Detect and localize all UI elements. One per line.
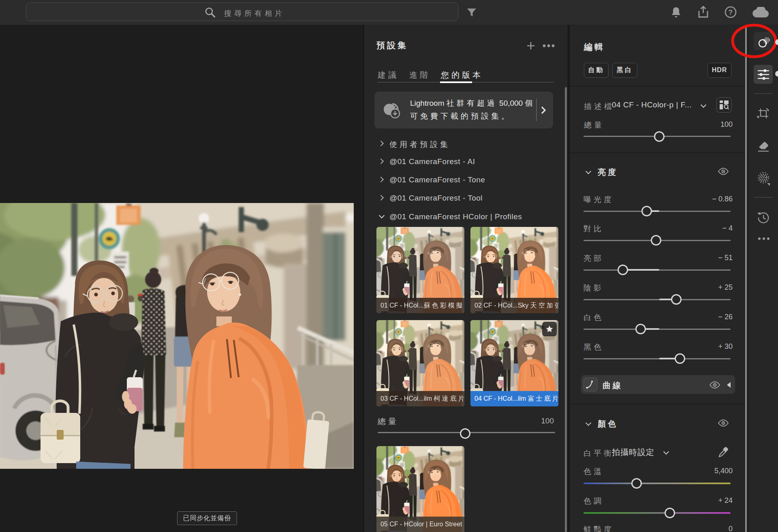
svg-text:?: ? xyxy=(729,9,733,16)
